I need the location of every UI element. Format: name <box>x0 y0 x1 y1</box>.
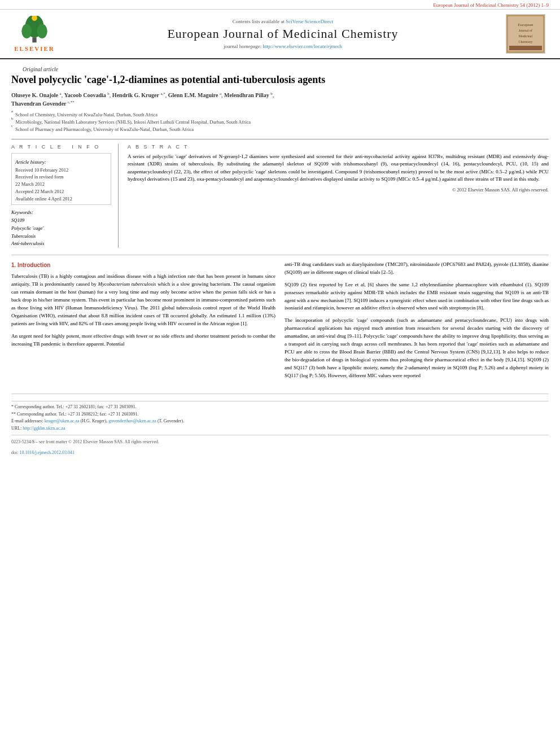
article-history-box: Article history: Received 10 February 20… <box>11 153 111 206</box>
affiliation-b: b Microbiology, National Health Laborato… <box>11 119 549 126</box>
affiliation-a: a School of Chemistry, University of Kwa… <box>11 111 549 119</box>
journal-header: ELSEVIER Contents lists available at Sci… <box>0 10 560 59</box>
sciverse-link[interactable]: SciVerse ScienceDirect <box>286 19 333 24</box>
received-line: Received 10 February 2012 <box>15 167 107 174</box>
author-sup-a2: a,* <box>160 91 165 96</box>
svg-rect-0 <box>32 37 36 42</box>
cover-image-icon: European Journal of Medicinal Chemistry <box>506 15 545 53</box>
author-oluseye: Oluseye K. Onajole <box>11 92 58 98</box>
article-type: Original article <box>11 62 549 73</box>
footnote-2: ** Corresponding author. Tel.: +27 31 26… <box>11 411 549 418</box>
body-right-col: anti-TB drug candidates such as diarylqu… <box>285 261 549 385</box>
keyword-2: Polycyclic 'cage' <box>11 225 111 233</box>
doi-label: doi: <box>11 450 18 455</box>
authors-line: Oluseye K. Onajole a, Yacoob Coovadia b,… <box>11 91 549 108</box>
author-sup-a3: a <box>220 91 221 96</box>
svg-rect-12 <box>509 46 542 50</box>
journal-title: European Journal of Medicinal Chemistry <box>167 27 398 41</box>
received-revised-line: Received in revised form <box>15 173 107 181</box>
author-sup-c: c,** <box>68 100 75 104</box>
footnote-divider <box>11 401 549 401</box>
journal-bar-text: European Journal of Medicinal Chemistry … <box>433 2 549 8</box>
body-two-col: 1. Introduction Tuberculosis (TB) is a h… <box>11 261 549 385</box>
contents-label: Contents lists available at <box>233 19 285 24</box>
svg-point-2 <box>21 24 32 38</box>
doi-link[interactable]: 10.1016/j.ejmech.2012.03.041 <box>19 450 75 455</box>
keywords-label: Keywords: <box>11 209 111 215</box>
affiliations: a School of Chemistry, University of Kwa… <box>11 111 549 133</box>
intro-heading: 1. Introduction <box>11 261 275 270</box>
author-sup-b1: b <box>107 91 110 96</box>
author-sup-b2: b <box>270 91 273 96</box>
elsevier-logo-area: ELSEVIER <box>9 14 60 54</box>
keyword-1: SQ109 <box>11 217 111 225</box>
url-link[interactable]: http://ggklm.ukzn.ac.za <box>23 426 65 431</box>
url-label: URL: <box>11 426 21 431</box>
homepage-link[interactable]: http://www.elsevier.com/locate/ejmech <box>263 43 342 49</box>
footnote-area: * Corresponding author. Tel.: +27 31 260… <box>11 394 549 457</box>
author-glenn: Glenn E.M. Maguire <box>168 92 218 98</box>
revised-date-line: 22 March 2012 <box>15 181 107 188</box>
accepted-line: Accepted 22 March 2012 <box>15 188 107 195</box>
body-section: 1. Introduction Tuberculosis (TB) is a h… <box>11 255 549 385</box>
author-hendrik: Hendrik G. Kruger <box>112 92 159 98</box>
intro-para-2: An urgent need for highly potent, more e… <box>11 333 275 348</box>
email-affil: (H.G. Kruger), <box>81 418 109 423</box>
svg-text:Journal of: Journal of <box>519 29 532 32</box>
aff-text-c: School of Pharmacy and Pharmacology, Uni… <box>15 126 194 133</box>
available-line: Available online 4 April 2012 <box>15 195 107 203</box>
copyright-line: © 2012 Elsevier Masson SAS. All rights r… <box>128 187 549 193</box>
issn-line: 0223-5234/$ – see front matter © 2012 El… <box>11 439 549 446</box>
page-container: European Journal of Medicinal Chemistry … <box>0 0 560 462</box>
journal-thumbnail-area: European Journal of Medicinal Chemistry <box>506 14 551 54</box>
abstract-col: A B S T R A C T A series of polycyclic '… <box>128 144 549 248</box>
elsevier-text: ELSEVIER <box>14 45 55 52</box>
svg-text:European: European <box>518 23 533 27</box>
main-content: Original article Novel polycyclic 'cage'… <box>0 59 560 462</box>
footer-divider <box>11 435 549 435</box>
svg-text:Chemistry: Chemistry <box>519 40 533 43</box>
right-para-3: The incorporation of polycyclic 'cage' c… <box>285 317 549 380</box>
doi-line: doi: 10.1016/j.ejmech.2012.03.041 <box>11 449 549 457</box>
aff-sup-c: c <box>11 126 13 133</box>
elsevier-logo: ELSEVIER <box>14 16 55 52</box>
email-affil2: (T. Govender). <box>158 418 184 423</box>
homepage-label: journal homepage: <box>224 43 262 49</box>
svg-point-3 <box>37 24 47 38</box>
article-info-label: A R T I C L E I N F O <box>11 144 111 150</box>
article-info-col: A R T I C L E I N F O Article history: R… <box>11 144 119 248</box>
author-melendhran: Melendhran Pillay <box>224 92 269 98</box>
abstract-label: A B S T R A C T <box>128 144 549 150</box>
keywords-section: Keywords: SQ109 Polycyclic 'cage' Tuberc… <box>11 209 111 247</box>
journal-homepage: journal homepage: http://www.elsevier.co… <box>224 43 342 49</box>
abstract-text: A series of polycyclic 'cage' derivative… <box>128 153 549 184</box>
footnote-emails: E-mail addresses: kruger@ukzn.ac.za (H.G… <box>11 418 549 425</box>
footnote-url: URL: http://ggklm.ukzn.ac.za <box>11 425 549 433</box>
affiliation-c: c School of Pharmacy and Pharmacology, U… <box>11 126 549 133</box>
mycobacterium-text: Mycobacterium tuberculosis <box>98 281 156 287</box>
aff-text-a: School of Chemistry, University of KwaZu… <box>15 111 158 119</box>
aff-text-b: Microbiology, National Health Laboratory… <box>16 119 251 126</box>
journal-bar: European Journal of Medicinal Chemistry … <box>0 0 560 10</box>
sciverse-line: Contents lists available at SciVerse Sci… <box>233 19 334 24</box>
right-para-1: anti-TB drug candidates such as diarylqu… <box>285 261 549 277</box>
right-para-2: SQ109 (2) first reported by Lee et al, [… <box>285 281 549 313</box>
intro-para-1: Tuberculosis (TB) is a highly contagious… <box>11 273 275 328</box>
author-thavendran: Thavendran Govender <box>11 101 67 107</box>
body-left-col: 1. Introduction Tuberculosis (TB) is a h… <box>11 261 275 385</box>
elsevier-tree-icon <box>18 16 51 44</box>
info-abstract-section: A R T I C L E I N F O Article history: R… <box>11 139 549 248</box>
author-yacoob: Yacoob Coovadia <box>64 92 106 98</box>
keyword-3: Tuberculosis <box>11 233 111 241</box>
email-link-1[interactable]: kruger@ukzn.ac.za <box>45 418 80 423</box>
email-link-2[interactable]: govenderthav@ukzn.ac.za <box>108 418 156 423</box>
article-title: Novel polycyclic 'cage'-1,2-diamines as … <box>11 73 549 86</box>
svg-text:Medicinal: Medicinal <box>519 34 533 38</box>
author-sup-a1: a <box>60 91 62 96</box>
history-label: Article history: <box>15 159 107 165</box>
email-label: E-mail addresses: <box>11 418 43 423</box>
keyword-4: Anti-tuberculosis <box>11 240 111 248</box>
journal-header-center: Contents lists available at SciVerse Sci… <box>65 14 500 54</box>
journal-cover-thumbnail: European Journal of Medicinal Chemistry <box>506 14 545 54</box>
footnote-1: * Corresponding author. Tel.: +27 31 260… <box>11 404 549 411</box>
